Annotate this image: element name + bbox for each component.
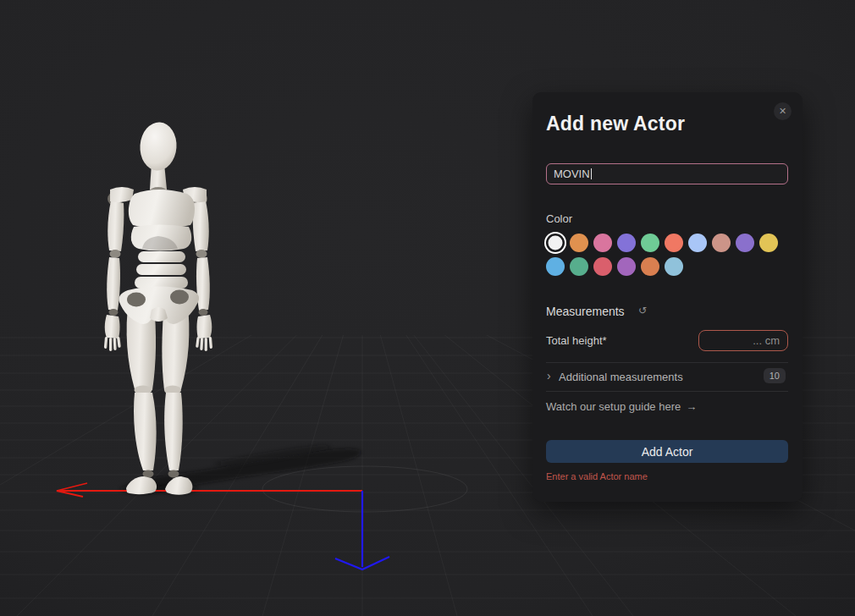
color-swatch[interactable]: [617, 257, 636, 276]
error-message: Enter a valid Actor name: [546, 471, 648, 481]
divider: [546, 362, 788, 363]
add-actor-modal: ✕ Add new Actor MOVIN Color Measurements…: [532, 92, 803, 502]
color-swatch[interactable]: [617, 234, 636, 252]
color-swatch[interactable]: [665, 257, 683, 276]
color-swatch[interactable]: [546, 257, 565, 276]
color-swatch[interactable]: [570, 234, 588, 252]
color-swatch[interactable]: [570, 257, 588, 276]
color-swatch[interactable]: [641, 257, 659, 276]
color-section-label: Color: [546, 212, 572, 225]
close-icon[interactable]: ✕: [774, 102, 792, 120]
color-swatch-row-1: [546, 234, 778, 252]
actor-name-input[interactable]: MOVIN: [546, 163, 788, 184]
color-swatch[interactable]: [665, 234, 683, 252]
color-swatch[interactable]: [712, 234, 731, 252]
color-swatch[interactable]: [641, 234, 659, 252]
color-swatch[interactable]: [759, 234, 778, 252]
actor-name-value: MOVIN: [554, 168, 590, 180]
color-swatch-row-2: [546, 257, 683, 276]
additional-measurements-count-badge: 10: [764, 368, 786, 383]
text-caret: [591, 168, 592, 179]
add-actor-button[interactable]: Add Actor: [546, 440, 788, 463]
color-swatch[interactable]: [593, 234, 612, 252]
app-window: ✕ Add new Actor MOVIN Color Measurements…: [0, 0, 855, 616]
color-swatch[interactable]: [688, 234, 707, 252]
arrow-right-icon: →: [686, 400, 697, 413]
color-swatch[interactable]: [546, 234, 565, 252]
total-height-input[interactable]: [698, 330, 788, 351]
modal-title: Add new Actor: [546, 113, 685, 135]
divider: [546, 391, 788, 392]
color-swatch[interactable]: [736, 234, 754, 252]
measurements-section-label: Measurements: [546, 305, 625, 318]
setup-guide-link[interactable]: Watch our setup guide here→: [546, 400, 697, 413]
total-height-label: Total height*: [546, 334, 607, 347]
additional-measurements-toggle[interactable]: Additional measurements: [559, 371, 683, 383]
chevron-right-icon[interactable]: ›: [547, 370, 551, 382]
setup-guide-link-text: Watch our setup guide here: [546, 400, 681, 413]
reset-measurements-icon[interactable]: ↺: [638, 305, 647, 316]
color-swatch[interactable]: [593, 257, 612, 276]
